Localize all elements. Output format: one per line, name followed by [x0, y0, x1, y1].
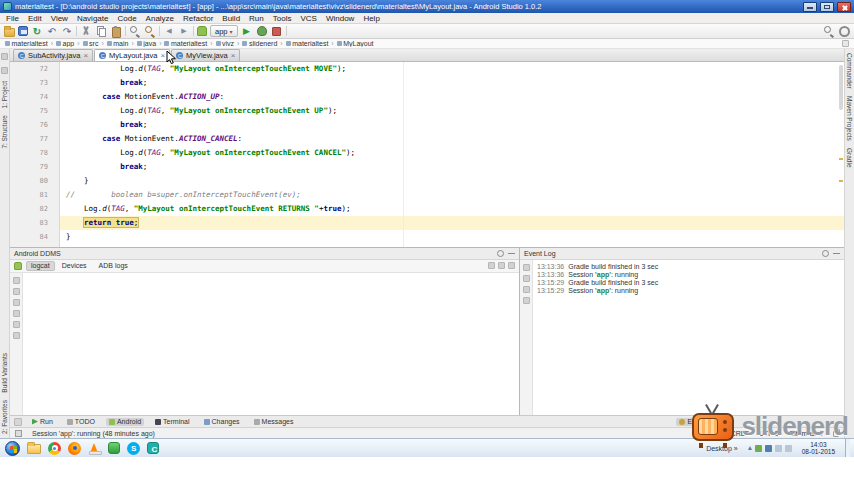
close-tab-icon[interactable] [231, 53, 236, 59]
menu-item-code[interactable]: Code [117, 14, 136, 23]
breadcrumb-item-src[interactable]: src [83, 40, 99, 47]
line-number[interactable]: 72 [10, 62, 60, 76]
menu-item-analyze[interactable]: Analyze [146, 14, 174, 23]
line-number[interactable]: 75 [10, 104, 60, 118]
stop-button[interactable] [271, 25, 283, 37]
code-line[interactable]: 82 Log.d(TAG, "MyLayout onInterceptTouch… [10, 202, 844, 216]
tool-tab-1-project[interactable]: 1: Project [1, 81, 8, 108]
tool-window-switcher-icon[interactable] [14, 418, 22, 426]
code-line[interactable]: 72 Log.d(TAG, "MyLayout onInterceptTouch… [10, 62, 844, 76]
minimize-button[interactable] [803, 2, 817, 12]
run-config-select[interactable]: app [210, 25, 238, 37]
firefox-icon[interactable] [68, 442, 81, 455]
code-line[interactable]: 81// boolean b=super.onInterceptTouchEve… [10, 188, 844, 202]
menu-item-build[interactable]: Build [222, 14, 240, 23]
tool-tab-commander[interactable]: Commander [846, 53, 853, 89]
toolwindow-terminal[interactable]: Terminal [152, 418, 192, 426]
editor-tab-myview-java[interactable]: MyView.java [171, 49, 240, 61]
ddms-hide-icon[interactable] [508, 250, 515, 257]
code-line[interactable]: 79 break; [10, 160, 844, 174]
ddms-tab-logcat[interactable]: logcat [26, 261, 55, 271]
run-config-android-icon[interactable] [197, 26, 207, 36]
record-icon[interactable] [498, 262, 505, 269]
paste-icon[interactable] [110, 25, 122, 37]
line-number[interactable]: 79 [10, 160, 60, 174]
line-number[interactable]: 80 [10, 174, 60, 188]
undo-icon[interactable] [46, 25, 58, 37]
menu-item-refactor[interactable]: Refactor [183, 14, 213, 23]
code-editor[interactable]: 72 Log.d(TAG, "MyLayout onInterceptTouch… [10, 62, 844, 247]
code-line[interactable]: 76 break; [10, 118, 844, 132]
logcat-content[interactable] [23, 273, 519, 415]
line-number[interactable]: 84 [10, 230, 60, 244]
screenshot-icon[interactable] [13, 321, 20, 328]
tool-tab-2-favorites[interactable]: 2: Favorites [1, 400, 8, 434]
line-number[interactable]: 73 [10, 76, 60, 90]
settings-icon[interactable] [508, 262, 515, 269]
line-number[interactable]: 76 [10, 118, 60, 132]
start-button[interactable] [5, 441, 20, 456]
find-icon[interactable] [129, 25, 141, 37]
clear-all-icon[interactable] [523, 275, 530, 282]
sync-icon[interactable] [31, 25, 43, 37]
menu-item-vcs[interactable]: VCS [300, 14, 316, 23]
breadcrumb-item-materialtest[interactable]: materialtest [164, 40, 207, 47]
breadcrumb-item-slidenerd[interactable]: slidenerd [242, 40, 277, 47]
error-stripe-mark[interactable] [839, 158, 843, 160]
line-number[interactable]: 77 [10, 132, 60, 146]
event-log-settings-icon[interactable] [822, 250, 829, 257]
ddms-tab-devices[interactable]: Devices [57, 261, 92, 271]
settings-icon[interactable] [13, 332, 20, 339]
line-number[interactable]: 85 [10, 244, 60, 247]
code-line[interactable]: 83 return true; [10, 216, 844, 230]
code-line[interactable]: 80 } [10, 174, 844, 188]
code-line[interactable]: 78 Log.d(TAG, "MyLayout onInterceptTouch… [10, 146, 844, 160]
status-toolwindow-icon[interactable] [15, 430, 22, 437]
line-number[interactable]: 81 [10, 188, 60, 202]
settings-icon[interactable] [523, 264, 530, 271]
menu-item-run[interactable]: Run [249, 14, 264, 23]
error-stripe-mark[interactable] [839, 180, 843, 182]
toolwindow-todo[interactable]: TODO [64, 418, 98, 426]
editor-tab-subactivity-java[interactable]: SubActivity.java [13, 49, 93, 61]
editor-scrollbar[interactable] [839, 65, 843, 110]
toolwindow-run[interactable]: Run [29, 418, 56, 426]
code-line[interactable]: 74 case MotionEvent.ACTION_UP: [10, 90, 844, 104]
debug-button[interactable] [256, 25, 268, 37]
copy-icon[interactable] [95, 25, 107, 37]
tool-tab-maven-projects[interactable]: Maven Projects [846, 96, 853, 141]
clear-log-icon[interactable] [13, 277, 20, 284]
tool-tab-7-structure[interactable]: 7: Structure [1, 115, 8, 149]
window-tool-icon[interactable] [1, 53, 8, 60]
event-log-entries[interactable]: 13:13:36Gradle build finished in 3 sec13… [533, 260, 844, 415]
tool-tab-gradle[interactable]: Gradle [846, 148, 853, 168]
breadcrumb-item-materialtest[interactable]: materialtest [5, 40, 48, 47]
app-icon-green[interactable] [108, 442, 120, 454]
breadcrumb-item-mylayout[interactable]: MyLayout [337, 40, 374, 47]
chrome-icon[interactable] [48, 442, 61, 455]
settings-icon[interactable] [838, 25, 850, 37]
tool-tab-build-variants[interactable]: Build Variants [1, 353, 8, 393]
menu-item-edit[interactable]: Edit [28, 14, 42, 23]
save-all-icon[interactable] [18, 26, 28, 36]
menu-item-navigate[interactable]: Navigate [77, 14, 109, 23]
maximize-button[interactable] [820, 2, 834, 12]
menu-item-file[interactable]: File [6, 14, 19, 23]
help-icon[interactable] [523, 297, 530, 304]
close-tab-icon[interactable] [83, 53, 88, 59]
ddms-settings-icon[interactable] [497, 250, 504, 257]
breadcrumb-item-vivz[interactable]: vivz [216, 40, 235, 47]
line-number[interactable]: 74 [10, 90, 60, 104]
event-log-hide-icon[interactable] [833, 250, 840, 257]
line-number[interactable]: 82 [10, 202, 60, 216]
cut-icon[interactable] [80, 25, 92, 37]
menu-item-tools[interactable]: Tools [273, 14, 292, 23]
skype-icon[interactable] [127, 442, 140, 455]
print-icon[interactable] [13, 310, 20, 317]
scroll-to-end-icon[interactable] [13, 288, 20, 295]
close-button[interactable] [837, 2, 851, 12]
line-number[interactable]: 78 [10, 146, 60, 160]
pause-log-icon[interactable] [13, 299, 20, 306]
code-line[interactable]: 75 Log.d(TAG, "MyLayout onInterceptTouch… [10, 104, 844, 118]
forward-icon[interactable] [178, 25, 190, 37]
